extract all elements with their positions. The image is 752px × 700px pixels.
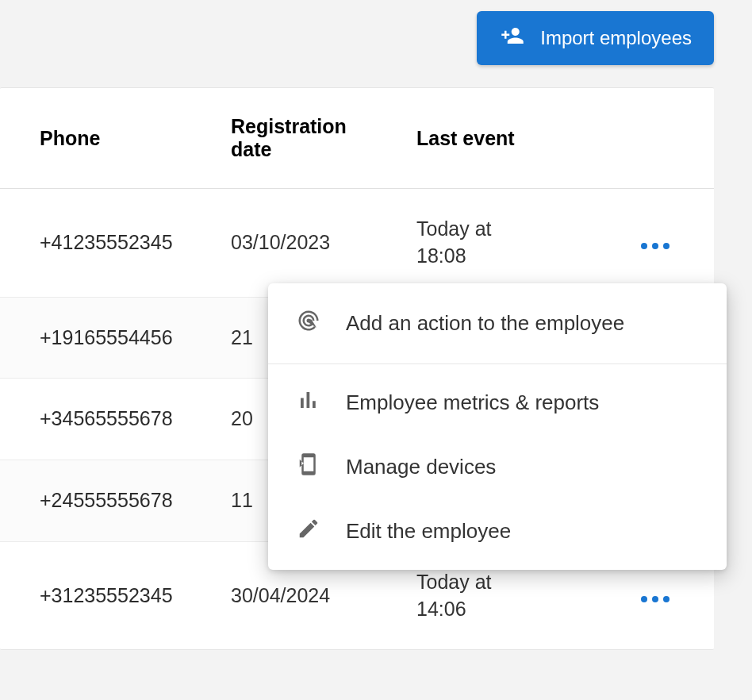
menu-item-label: Manage devices (346, 455, 496, 479)
menu-item-metrics[interactable]: Employee metrics & reports (268, 364, 727, 435)
phone-cell: +31235552345 (0, 541, 221, 649)
menu-item-label: Employee metrics & reports (346, 390, 599, 415)
toolbar: Import employees (0, 0, 752, 87)
more-icon[interactable] (641, 596, 670, 602)
last-event-cell: Today at 18:08 (407, 189, 607, 298)
phone-cell: +41235552345 (0, 189, 221, 298)
menu-item-label: Edit the employee (346, 519, 511, 544)
person-add-icon (499, 24, 526, 52)
menu-item-edit-employee[interactable]: Edit the employee (268, 499, 727, 570)
import-employees-button[interactable]: Import employees (477, 11, 714, 65)
column-header-registration[interactable]: Registration date (221, 88, 407, 189)
import-employees-label: Import employees (540, 27, 692, 49)
table-row[interactable]: +41235552345 03/10/2023 Today at 18:08 (0, 189, 714, 298)
column-header-last-event[interactable]: Last event (407, 88, 607, 189)
phone-cell: +34565555678 (0, 379, 221, 460)
pencil-icon (297, 517, 320, 546)
target-icon (297, 309, 320, 338)
registration-cell: 03/10/2023 (221, 189, 407, 298)
column-header-phone[interactable]: Phone (0, 88, 221, 189)
phone-cell: +24555555678 (0, 460, 221, 542)
menu-item-label: Add an action to the employee (346, 311, 624, 336)
row-actions-menu: Add an action to the employee Employee m… (268, 283, 727, 570)
bar-chart-icon (297, 388, 320, 417)
column-header-actions (607, 88, 714, 189)
menu-item-add-action[interactable]: Add an action to the employee (268, 283, 727, 364)
menu-item-manage-devices[interactable]: Manage devices (268, 435, 727, 499)
phone-cell: +19165554456 (0, 297, 221, 379)
device-icon (297, 452, 320, 482)
more-icon[interactable] (641, 243, 670, 249)
